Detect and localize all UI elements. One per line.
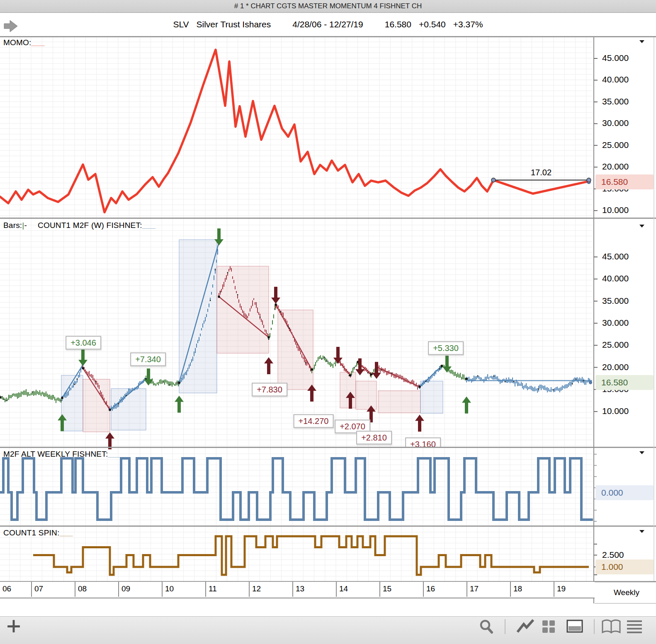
trade-gain-label: +14.270: [294, 414, 334, 428]
add-button[interactable]: [7, 620, 20, 632]
panel-options-chevron-down-icon[interactable]: [639, 530, 644, 533]
panel-label-bars: Bars:|-COUNT1 M2F (W) FISHNET:___: [3, 221, 155, 230]
momo-axis-label: 25.000: [602, 140, 629, 150]
search-icon[interactable]: [481, 621, 492, 632]
trend-line-value-label: 17.02: [531, 168, 552, 177]
x-axis-year-label: 18: [510, 582, 554, 597]
panel-label-spin: COUNT1 SPIN:___: [3, 528, 73, 537]
price-axis-label: 40.000: [602, 274, 629, 283]
trade-gain-label: +2.810: [356, 431, 392, 445]
panel-options-chevron-down-icon[interactable]: [639, 451, 644, 454]
price-axis-label: 20.000: [602, 362, 629, 372]
list-icon[interactable]: [627, 621, 642, 632]
momo-axis-label: 20.000: [602, 162, 629, 172]
price-axis-label: 10.000: [602, 406, 629, 416]
price-last-value-badge: 16.580: [595, 375, 654, 390]
interval-selector[interactable]: Weekly: [597, 583, 656, 603]
price-axis-label: 25.000: [602, 340, 629, 350]
panel-options-chevron-down-icon[interactable]: [639, 40, 644, 43]
panel-label-momo: MOMO:___: [3, 38, 45, 47]
momo-axis-label: 45.000: [602, 53, 629, 63]
x-axis-year-label: 07: [31, 582, 75, 597]
x-axis-year-label: 19: [554, 582, 595, 597]
trade-gain-label: +3.046: [66, 336, 101, 350]
bottom-toolbar: [0, 616, 656, 644]
x-axis-year-label: 15: [379, 582, 423, 597]
trade-gain-label: +7.340: [130, 353, 166, 366]
x-axis-year-label: 13: [292, 582, 336, 597]
momo-axis-label: 30.000: [602, 118, 629, 128]
momo-last-value-badge: 16.580: [595, 174, 654, 189]
x-axis-year-label: 16: [423, 582, 466, 597]
momo-axis-label: 35.000: [602, 97, 629, 107]
line-chart-icon[interactable]: [518, 620, 533, 632]
chart-application-window: # 1 * CHART CGTS MASTER MOMENTUM 4 FISHN…: [0, 0, 656, 644]
panel-options-chevron-down-icon[interactable]: [639, 225, 644, 228]
x-axis-year-label: 12: [249, 582, 292, 597]
back-arrow-icon[interactable]: [3, 19, 20, 33]
x-axis-year-row: 0607080910111213141516171819: [0, 582, 595, 598]
price-axis-label: 45.000: [602, 252, 629, 261]
spin-last-value-badge: 1.000: [595, 559, 654, 574]
trade-gain-label: +5.330: [428, 341, 464, 355]
trade-gain-label: +3.160: [405, 438, 441, 447]
momo-axis-label: 40.000: [602, 75, 629, 85]
panel-label-fishnet: M2F ALT WEEKLY FISHNET:___: [3, 450, 121, 459]
chart-canvas[interactable]: 17.02: [0, 0, 656, 644]
x-axis-year-label: 10: [162, 582, 205, 597]
price-axis-label: 30.000: [602, 318, 629, 328]
book-icon[interactable]: [603, 620, 620, 632]
spin-axis-label-2500: 2.500: [602, 550, 624, 560]
trade-gain-label: +7.830: [252, 383, 287, 397]
x-axis-year-label: 06: [0, 582, 31, 597]
fishnet-last-value-badge: 0.000: [595, 485, 654, 500]
x-axis-year-label: 11: [205, 582, 249, 597]
x-axis-year-label: 09: [118, 582, 162, 597]
x-axis-year-label: 17: [466, 582, 510, 597]
grid-view-icon[interactable]: [542, 620, 555, 633]
price-axis-label: 35.000: [602, 296, 629, 306]
x-axis-year-label: 08: [75, 582, 118, 597]
x-axis-year-label: 14: [336, 582, 379, 597]
layout-icon[interactable]: [567, 620, 582, 632]
momo-axis-label: 10.000: [602, 205, 629, 215]
